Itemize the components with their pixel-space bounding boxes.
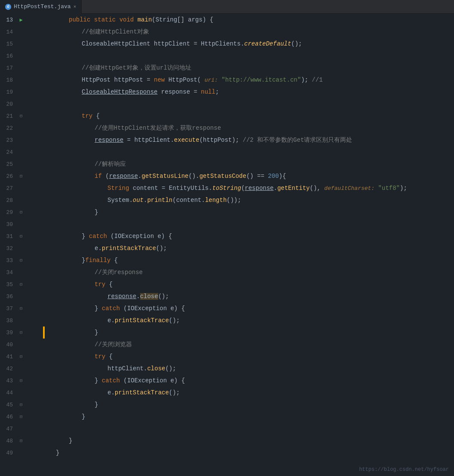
empty-gutter-icon <box>18 149 24 155</box>
empty-gutter-icon <box>18 450 24 456</box>
gutter-row: 17 <box>0 62 39 74</box>
gutter-row: 30 <box>0 218 39 230</box>
code-tokens: } <box>95 399 98 411</box>
code-tokens: if (response.getStatusLine().getStatusCo… <box>95 170 286 182</box>
line-number: 30 <box>0 221 16 228</box>
code-line <box>43 218 454 230</box>
line-number: 14 <box>0 29 16 35</box>
line-number: 36 <box>0 293 16 300</box>
code-line: } catch (IOException e) { <box>43 302 454 314</box>
line-number: 42 <box>0 366 16 372</box>
line-number: 37 <box>0 305 16 312</box>
gutter-row: 49 <box>0 447 39 459</box>
tab-filename: HttpPostTest.java <box>14 3 71 10</box>
code-area[interactable]: public static void main(String[] args) {… <box>39 14 454 476</box>
code-tokens: } catch (IOException e) { <box>95 302 185 314</box>
fold-icon: ⊟ <box>18 414 24 420</box>
empty-gutter-icon <box>18 41 24 47</box>
code-tokens: String content = EntityUtils.toString(re… <box>107 182 407 195</box>
code-line: }finally { <box>43 254 454 266</box>
line-number: 40 <box>0 342 16 348</box>
code-tokens: try { <box>82 110 100 122</box>
empty-gutter-icon <box>18 317 24 323</box>
code-tokens: }finally { <box>82 254 118 266</box>
empty-gutter-icon <box>18 89 24 95</box>
code-tokens: HttpPost httpPost = new HttpPost( uri: "… <box>82 74 323 86</box>
gutter-row: 23 <box>0 134 39 146</box>
code-tokens: CloseableHttpResponse response = null; <box>82 86 219 98</box>
fold-icon: ⊟ <box>18 233 24 239</box>
code-line: e.printStackTrace(); <box>43 242 454 254</box>
gutter-row: 39⊟ <box>0 326 39 339</box>
run-icon: ▶ <box>18 17 24 23</box>
empty-gutter-icon <box>18 101 24 107</box>
line-number: 38 <box>0 317 16 324</box>
code-line: public static void main(String[] args) { <box>43 14 454 26</box>
empty-gutter-icon <box>18 245 24 251</box>
fold-icon: ⊟ <box>18 209 24 215</box>
gutter: 13▶1415161718192021⊟2223242526⊟272829⊟30… <box>0 14 39 476</box>
file-tab[interactable]: G HttpPostTest.java × <box>0 0 82 14</box>
line-number: 43 <box>0 378 16 384</box>
code-tokens: CloseableHttpClient httpClient = HttpCli… <box>82 38 302 50</box>
code-tokens: } <box>56 447 59 459</box>
code-line: //创建HttpGet对象，设置url访问地址 <box>43 62 454 74</box>
code-line: System.out.println(content.length()); <box>43 194 454 206</box>
fold-icon: ⊟ <box>18 378 24 384</box>
code-line: response.close(); <box>43 290 454 302</box>
tab-close-button[interactable]: × <box>74 4 77 9</box>
line-number: 26 <box>0 173 16 180</box>
code-line: //关闭response <box>43 266 454 278</box>
gutter-row: 43⊟ <box>0 375 39 387</box>
fold-icon: ⊟ <box>18 402 24 408</box>
gutter-row: 45⊟ <box>0 399 39 411</box>
code-tokens: //解析响应 <box>95 158 126 170</box>
line-number: 49 <box>0 450 16 456</box>
empty-gutter-icon <box>18 53 24 59</box>
code-line: //使用HttpClient发起请求，获取response <box>43 122 454 134</box>
code-tokens: //关闭浏览器 <box>95 339 132 351</box>
code-tokens: response = httpClient.execute(httpPost);… <box>95 134 352 146</box>
gutter-row: 34 <box>0 266 39 278</box>
gutter-row: 28 <box>0 194 39 206</box>
watermark: https://blog.csdn.net/hyfsoar <box>359 467 449 473</box>
empty-gutter-icon <box>18 197 24 203</box>
empty-gutter-icon <box>18 269 24 275</box>
tab-file-icon: G <box>5 4 11 10</box>
line-number: 44 <box>0 390 16 396</box>
code-tokens: } catch (IOException e) { <box>82 230 172 242</box>
gutter-row: 48⊟ <box>0 435 39 447</box>
empty-gutter-icon <box>18 137 24 143</box>
empty-gutter-icon <box>18 366 24 372</box>
code-line: CloseableHttpResponse response = null; <box>43 86 454 98</box>
empty-gutter-icon <box>18 65 24 71</box>
line-number: 46 <box>0 414 16 420</box>
code-line: } <box>43 326 454 339</box>
gutter-row: 41⊟ <box>0 351 39 363</box>
line-number: 17 <box>0 65 16 71</box>
code-tokens: e.printStackTrace(); <box>107 387 180 399</box>
code-tokens: //关闭response <box>95 266 143 278</box>
line-number: 22 <box>0 125 16 131</box>
line-number: 16 <box>0 53 16 59</box>
empty-gutter-icon <box>18 293 24 299</box>
code-line: httpClient.close(); <box>43 363 454 375</box>
gutter-row: 44 <box>0 387 39 399</box>
gutter-row: 24 <box>0 146 39 158</box>
empty-gutter-icon <box>18 125 24 131</box>
gutter-row: 27 <box>0 182 39 194</box>
fold-icon: ⊟ <box>18 281 24 287</box>
gutter-row: 21⊟ <box>0 110 39 122</box>
code-tokens: e.printStackTrace(); <box>107 314 180 326</box>
code-line: if (response.getStatusLine().getStatusCo… <box>43 170 454 182</box>
code-line: try { <box>43 278 454 290</box>
fold-icon: ⊟ <box>18 438 24 444</box>
line-number: 41 <box>0 354 16 360</box>
line-number: 35 <box>0 281 16 288</box>
code-line: } catch (IOException e) { <box>43 375 454 387</box>
line-number: 13 <box>0 17 16 23</box>
gutter-row: 19 <box>0 86 39 98</box>
code-line: //关闭浏览器 <box>43 339 454 351</box>
code-tokens: System.out.println(content.length()); <box>107 194 241 206</box>
line-number: 18 <box>0 77 16 83</box>
